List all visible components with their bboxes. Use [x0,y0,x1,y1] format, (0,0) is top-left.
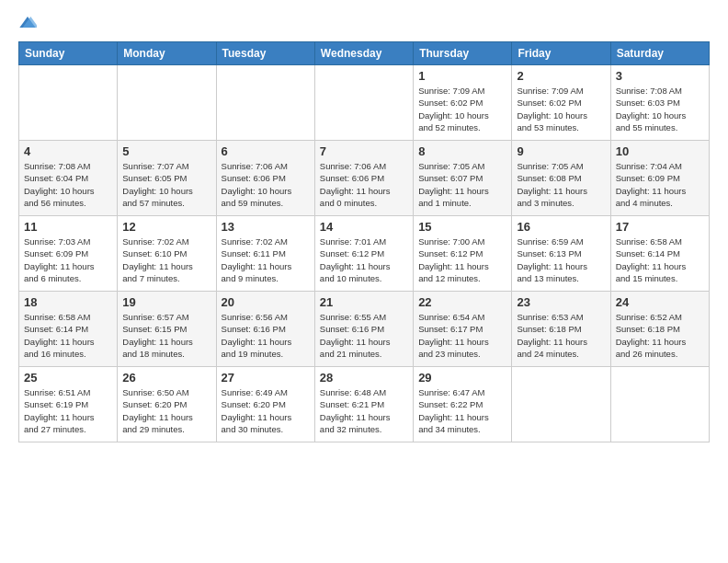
calendar-cell: 4Sunrise: 7:08 AM Sunset: 6:04 PM Daylig… [19,141,118,216]
calendar-cell: 23Sunrise: 6:53 AM Sunset: 6:18 PM Dayli… [512,292,610,367]
calendar-cell [19,65,118,141]
cell-info: Sunrise: 6:54 AM Sunset: 6:17 PM Dayligh… [418,311,506,360]
cell-info: Sunrise: 6:47 AM Sunset: 6:22 PM Dayligh… [418,386,506,435]
cell-day-number: 9 [517,144,605,158]
cell-day-number: 23 [517,295,605,309]
cell-day-number: 21 [320,295,408,309]
cell-info: Sunrise: 6:58 AM Sunset: 6:14 PM Dayligh… [24,311,112,360]
cell-info: Sunrise: 7:03 AM Sunset: 6:09 PM Dayligh… [24,236,112,284]
cell-day-number: 19 [122,295,210,309]
cell-info: Sunrise: 7:00 AM Sunset: 6:12 PM Dayligh… [418,236,506,284]
cell-day-number: 18 [24,295,112,309]
cell-info: Sunrise: 7:07 AM Sunset: 6:05 PM Dayligh… [122,160,210,209]
calendar-cell: 10Sunrise: 7:04 AM Sunset: 6:09 PM Dayli… [610,141,709,216]
cell-day-number: 16 [517,220,605,234]
cell-day-number: 15 [418,220,506,234]
cell-day-number: 3 [616,69,704,83]
calendar-header-tuesday: Tuesday [216,42,314,65]
calendar-cell: 9Sunrise: 7:05 AM Sunset: 6:08 PM Daylig… [512,141,610,216]
calendar-cell: 16Sunrise: 6:59 AM Sunset: 6:13 PM Dayli… [512,216,610,292]
calendar-table: SundayMondayTuesdayWednesdayThursdayFrid… [18,41,710,442]
cell-info: Sunrise: 6:52 AM Sunset: 6:18 PM Dayligh… [616,311,704,360]
calendar-cell [610,367,709,442]
cell-day-number: 5 [122,144,210,158]
calendar-cell: 6Sunrise: 7:06 AM Sunset: 6:06 PM Daylig… [216,141,314,216]
calendar-cell: 3Sunrise: 7:08 AM Sunset: 6:03 PM Daylig… [610,65,709,141]
cell-day-number: 13 [222,220,310,234]
cell-day-number: 10 [616,144,704,158]
calendar-header-sunday: Sunday [19,42,118,65]
cell-info: Sunrise: 7:02 AM Sunset: 6:10 PM Dayligh… [122,236,210,284]
header [18,14,710,32]
calendar-header-saturday: Saturday [610,42,709,65]
cell-info: Sunrise: 7:04 AM Sunset: 6:09 PM Dayligh… [616,160,704,209]
cell-day-number: 22 [418,295,506,309]
cell-info: Sunrise: 7:05 AM Sunset: 6:08 PM Dayligh… [517,160,605,209]
cell-day-number: 6 [222,144,310,158]
cell-day-number: 11 [24,220,112,234]
cell-info: Sunrise: 6:56 AM Sunset: 6:16 PM Dayligh… [222,311,310,360]
calendar-header-friday: Friday [512,42,610,65]
calendar-cell: 5Sunrise: 7:07 AM Sunset: 6:05 PM Daylig… [118,141,216,216]
calendar-cell: 28Sunrise: 6:48 AM Sunset: 6:21 PM Dayli… [314,367,413,442]
cell-day-number: 7 [320,144,408,158]
calendar-row-0: 1Sunrise: 7:09 AM Sunset: 6:02 PM Daylig… [19,65,710,141]
calendar-cell: 15Sunrise: 7:00 AM Sunset: 6:12 PM Dayli… [414,216,512,292]
cell-info: Sunrise: 6:58 AM Sunset: 6:14 PM Dayligh… [616,236,704,284]
calendar-header-row: SundayMondayTuesdayWednesdayThursdayFrid… [19,42,710,65]
cell-day-number: 17 [616,220,704,234]
cell-info: Sunrise: 7:02 AM Sunset: 6:11 PM Dayligh… [222,236,310,284]
calendar-header-thursday: Thursday [414,42,512,65]
calendar-cell: 25Sunrise: 6:51 AM Sunset: 6:19 PM Dayli… [19,367,118,442]
calendar-cell: 17Sunrise: 6:58 AM Sunset: 6:14 PM Dayli… [610,216,709,292]
cell-info: Sunrise: 7:06 AM Sunset: 6:06 PM Dayligh… [320,160,408,209]
cell-info: Sunrise: 6:50 AM Sunset: 6:20 PM Dayligh… [122,386,210,435]
cell-day-number: 14 [320,220,408,234]
calendar-cell: 12Sunrise: 7:02 AM Sunset: 6:10 PM Dayli… [118,216,216,292]
calendar-cell: 18Sunrise: 6:58 AM Sunset: 6:14 PM Dayli… [19,292,118,367]
cell-day-number: 27 [222,371,310,385]
cell-info: Sunrise: 7:08 AM Sunset: 6:04 PM Dayligh… [24,160,112,209]
calendar-cell: 7Sunrise: 7:06 AM Sunset: 6:06 PM Daylig… [314,141,413,216]
calendar-cell: 26Sunrise: 6:50 AM Sunset: 6:20 PM Dayli… [118,367,216,442]
cell-day-number: 28 [320,371,408,385]
calendar-cell [118,65,216,141]
calendar-body: 1Sunrise: 7:09 AM Sunset: 6:02 PM Daylig… [19,65,710,442]
cell-info: Sunrise: 6:48 AM Sunset: 6:21 PM Dayligh… [320,386,408,435]
calendar-cell: 14Sunrise: 7:01 AM Sunset: 6:12 PM Dayli… [314,216,413,292]
calendar-cell: 1Sunrise: 7:09 AM Sunset: 6:02 PM Daylig… [414,65,512,141]
calendar-cell: 20Sunrise: 6:56 AM Sunset: 6:16 PM Dayli… [216,292,314,367]
cell-info: Sunrise: 6:57 AM Sunset: 6:15 PM Dayligh… [122,311,210,360]
calendar-cell [314,65,413,141]
cell-info: Sunrise: 7:09 AM Sunset: 6:02 PM Dayligh… [418,85,506,133]
cell-info: Sunrise: 6:55 AM Sunset: 6:16 PM Dayligh… [320,311,408,360]
calendar-cell: 8Sunrise: 7:05 AM Sunset: 6:07 PM Daylig… [414,141,512,216]
calendar-cell: 29Sunrise: 6:47 AM Sunset: 6:22 PM Dayli… [414,367,512,442]
calendar-row-3: 18Sunrise: 6:58 AM Sunset: 6:14 PM Dayli… [19,292,710,367]
calendar-cell: 27Sunrise: 6:49 AM Sunset: 6:20 PM Dayli… [216,367,314,442]
logo-icon [18,14,37,32]
calendar-header-monday: Monday [118,42,216,65]
calendar-cell: 19Sunrise: 6:57 AM Sunset: 6:15 PM Dayli… [118,292,216,367]
cell-info: Sunrise: 7:06 AM Sunset: 6:06 PM Dayligh… [222,160,310,209]
calendar-cell: 24Sunrise: 6:52 AM Sunset: 6:18 PM Dayli… [610,292,709,367]
calendar-row-2: 11Sunrise: 7:03 AM Sunset: 6:09 PM Dayli… [19,216,710,292]
cell-day-number: 20 [222,295,310,309]
cell-day-number: 26 [122,371,210,385]
cell-day-number: 2 [517,69,605,83]
cell-day-number: 24 [616,295,704,309]
calendar-row-1: 4Sunrise: 7:08 AM Sunset: 6:04 PM Daylig… [19,141,710,216]
cell-info: Sunrise: 6:53 AM Sunset: 6:18 PM Dayligh… [517,311,605,360]
cell-info: Sunrise: 6:59 AM Sunset: 6:13 PM Dayligh… [517,236,605,284]
cell-day-number: 29 [418,371,506,385]
cell-info: Sunrise: 6:49 AM Sunset: 6:20 PM Dayligh… [222,386,310,435]
calendar-row-4: 25Sunrise: 6:51 AM Sunset: 6:19 PM Dayli… [19,367,710,442]
cell-day-number: 25 [24,371,112,385]
calendar-cell: 2Sunrise: 7:09 AM Sunset: 6:02 PM Daylig… [512,65,610,141]
cell-info: Sunrise: 7:01 AM Sunset: 6:12 PM Dayligh… [320,236,408,284]
cell-day-number: 8 [418,144,506,158]
calendar-cell [512,367,610,442]
calendar-cell: 11Sunrise: 7:03 AM Sunset: 6:09 PM Dayli… [19,216,118,292]
cell-day-number: 12 [122,220,210,234]
calendar-cell: 22Sunrise: 6:54 AM Sunset: 6:17 PM Dayli… [414,292,512,367]
